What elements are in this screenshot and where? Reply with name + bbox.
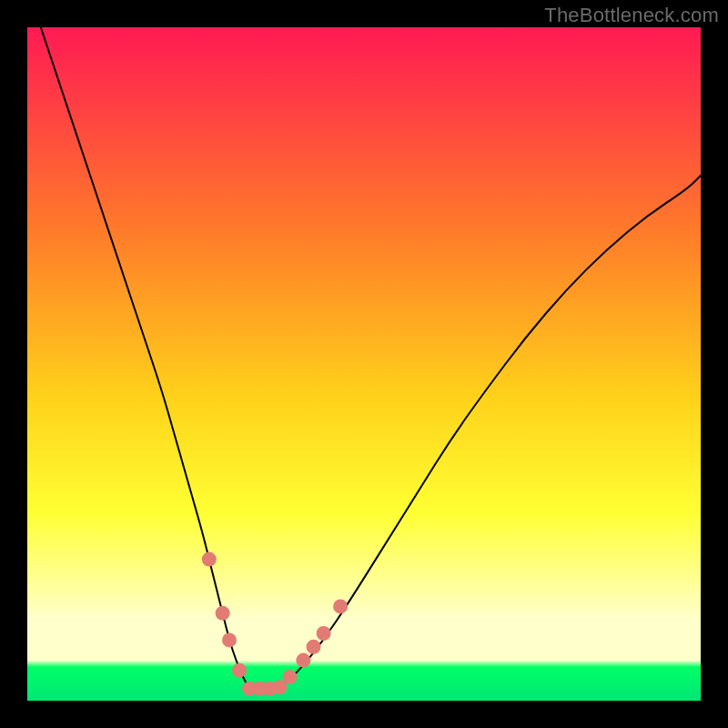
data-marker: [333, 599, 348, 613]
plot-background: [27, 27, 701, 701]
data-marker: [222, 632, 237, 647]
watermark-text: TheBottleneck.com: [544, 4, 719, 27]
data-marker: [317, 626, 331, 641]
data-marker: [307, 640, 321, 654]
data-marker: [283, 670, 298, 684]
data-marker: [232, 663, 247, 678]
data-marker: [216, 606, 230, 621]
chart-frame: TheBottleneck.com: [0, 0, 728, 728]
data-marker: [296, 653, 310, 668]
data-marker: [202, 552, 217, 567]
chart-svg: [27, 27, 701, 701]
